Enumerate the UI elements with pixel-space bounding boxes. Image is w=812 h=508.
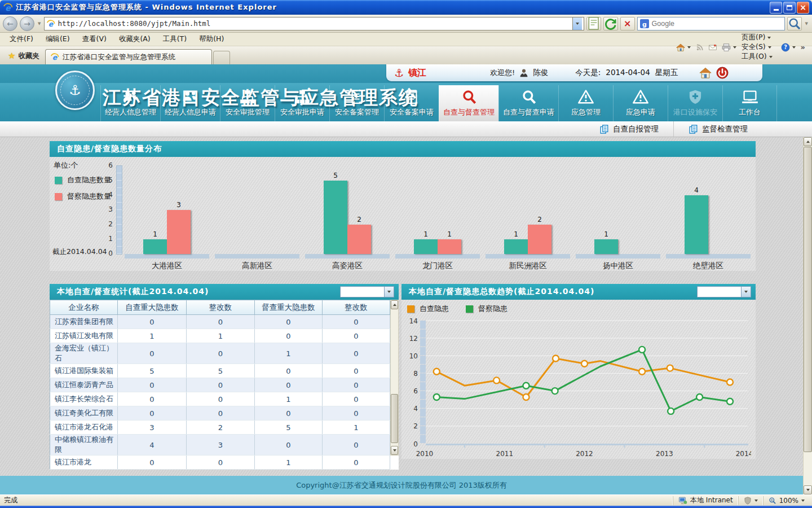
home-shortcut-icon[interactable]: [699, 67, 712, 79]
nav-item-自查与督查申请[interactable]: 自查与督查申请: [498, 85, 558, 121]
close-button[interactable]: ×: [797, 2, 809, 14]
laptop-icon: [742, 89, 758, 104]
table-row[interactable]: 镇江李长荣综合石0010: [50, 392, 390, 406]
printer-icon: [722, 43, 731, 52]
intranet-zone: 本地 Intranet: [673, 496, 738, 505]
url-input[interactable]: [58, 19, 570, 28]
help-button[interactable]: ?: [781, 43, 796, 52]
doc-icon: [348, 89, 365, 104]
menu-item-编辑(E)[interactable]: 编辑(E): [41, 33, 75, 45]
nav-item-安全备案管理[interactable]: 安全备案管理: [329, 85, 384, 121]
current-weekday: 星期五: [655, 68, 678, 78]
legend-swatch: [55, 193, 62, 200]
nav-item-工作台[interactable]: 工作台: [722, 85, 777, 121]
page-scrollbar[interactable]: [803, 137, 812, 494]
site-logo: ⚓: [55, 71, 95, 110]
trend-chart-panel: 本地自查/督查隐患总数趋势(截止2014.04.04) 自查隐患督察隐患 024…: [401, 284, 756, 459]
forward-button[interactable]: →: [20, 16, 34, 31]
nav-item-经营人信息管理[interactable]: 经营人信息管理: [100, 85, 160, 121]
compatibility-view-button[interactable]: [586, 17, 601, 30]
maximize-button[interactable]: [783, 2, 796, 14]
search-input[interactable]: [652, 20, 782, 28]
svg-text:2010: 2010: [416, 450, 434, 458]
search-go-button[interactable]: [787, 17, 802, 30]
search-icon: [520, 89, 537, 104]
svg-text:6: 6: [413, 387, 418, 395]
bar-chart-panel: 自查隐患/督查隐患数量分布 单位:个自查隐患数量督察隐患数量截止2014.04.…: [50, 141, 756, 271]
trend-filter-select[interactable]: [697, 286, 751, 297]
toolbar-overflow-icon[interactable]: »: [801, 43, 805, 51]
nav-item-自查与督查管理[interactable]: 自查与督查管理: [439, 85, 498, 121]
nav-item-经营人信息申请[interactable]: 经营人信息申请: [160, 85, 220, 121]
table-row[interactable]: 镇江奇美化工有限0000: [50, 406, 390, 421]
table-scroll-down-icon[interactable]: [391, 446, 398, 455]
zoom-control[interactable]: 100%: [763, 496, 810, 505]
active-tab[interactable]: e 江苏省港口安全监管与应急管理系统: [45, 49, 212, 64]
table-scroll-up-icon[interactable]: [391, 300, 398, 309]
table-row[interactable]: 江苏索普集团有限0000: [50, 315, 390, 329]
table-scrollbar[interactable]: [390, 300, 399, 456]
window-titlebar[interactable]: e 江苏省港口安全监管与应急管理系统 - Windows Internet Ex…: [0, 0, 812, 15]
table-row[interactable]: 镇江港国际集装箱5500: [50, 364, 390, 378]
favorites-button[interactable]: ★ 收藏夹: [2, 49, 45, 64]
nav-item-安全审批管理[interactable]: 安全审批管理: [220, 85, 275, 121]
subnav-item-自查自报管理[interactable]: 自查自报管理: [585, 121, 673, 137]
nav-item-应急管理[interactable]: 应急管理: [558, 85, 613, 121]
feeds-button[interactable]: [696, 43, 704, 51]
read-mail-button[interactable]: [709, 43, 717, 51]
command-工具(O)[interactable]: 工具(O): [742, 52, 773, 62]
google-icon: g: [640, 19, 649, 28]
svg-text:4: 4: [413, 405, 418, 413]
legend-swatch: [407, 305, 414, 313]
back-button[interactable]: ←: [3, 16, 17, 31]
minimize-button[interactable]: [770, 2, 782, 14]
history-dropdown-icon[interactable]: ▼: [37, 21, 42, 26]
subnav-item-监督检查管理[interactable]: 监督检查管理: [673, 121, 762, 137]
protected-mode-cell[interactable]: [738, 496, 763, 505]
new-tab-stub[interactable]: [213, 51, 230, 64]
home-button[interactable]: [676, 43, 691, 52]
search-options-dropdown-icon[interactable]: ▼: [804, 21, 809, 26]
search-box[interactable]: g: [637, 17, 785, 30]
tab-favicon-icon: e: [50, 52, 59, 62]
legend-item: 督察隐患: [466, 304, 508, 314]
logout-power-icon[interactable]: [716, 67, 729, 79]
nav-item-应急申请[interactable]: 应急申请: [613, 85, 668, 121]
star-icon: ★: [8, 51, 15, 61]
table-scroll-thumb[interactable]: [391, 394, 398, 443]
stop-button[interactable]: ×: [620, 17, 635, 30]
refresh-button[interactable]: [603, 17, 618, 30]
nav-item-安全备案申请[interactable]: 安全备案申请: [384, 85, 439, 121]
stats-table-wrap: 企业名称自查重大隐患数整改数督查重大隐患数整改数 江苏索普集团有限0000江苏镇…: [50, 300, 399, 470]
menu-item-工具(T)[interactable]: 工具(T): [158, 33, 192, 45]
bar-value-label: 3: [167, 201, 191, 209]
menu-item-查看(V)[interactable]: 查看(V): [77, 33, 112, 45]
column-header: 自查重大隐患数: [118, 300, 187, 315]
print-button[interactable]: [722, 43, 736, 52]
column-header: 整改数: [323, 300, 390, 315]
table-row[interactable]: 江苏镇江发电有限1100: [50, 329, 390, 343]
page-scroll-thumb[interactable]: [804, 147, 812, 452]
bar: [414, 239, 438, 254]
nav-item-港口设施保安[interactable]: 港口设施保安: [668, 85, 722, 121]
bar-category-label: 龙门港区: [392, 261, 483, 271]
menu-item-收藏夹(A)[interactable]: 收藏夹(A): [114, 33, 156, 45]
table-row[interactable]: 金海宏业（镇江）石0010: [50, 343, 390, 364]
table-row[interactable]: 中储粮镇江粮油有限4300: [50, 435, 390, 456]
table-row[interactable]: 镇江恒泰沥青产品0000: [50, 378, 390, 392]
command-页面(P)[interactable]: 页面(P): [742, 33, 773, 42]
address-dropdown-icon[interactable]: [572, 17, 582, 30]
page-scroll-down-icon[interactable]: [804, 485, 812, 494]
nav-item-安全审批申请[interactable]: 安全审批申请: [275, 85, 329, 121]
stats-filter-select[interactable]: [340, 286, 394, 297]
bar-category-label: 高新港区: [212, 261, 302, 271]
menu-item-文件(F)[interactable]: 文件(F): [5, 33, 38, 45]
command-安全(S)[interactable]: 安全(S): [742, 42, 773, 52]
y-axis-wall: [116, 165, 122, 255]
table-row[interactable]: 镇江市港龙石化港3251: [50, 421, 390, 435]
address-bar[interactable]: e: [44, 17, 584, 30]
menu-item-帮助(H)[interactable]: 帮助(H): [194, 33, 229, 45]
table-row[interactable]: 镇江市港龙0010: [50, 456, 390, 470]
window-title: 江苏省港口安全监管与应急管理系统 - Windows Internet Expl…: [16, 2, 770, 12]
page-scroll-up-icon[interactable]: [804, 137, 812, 146]
